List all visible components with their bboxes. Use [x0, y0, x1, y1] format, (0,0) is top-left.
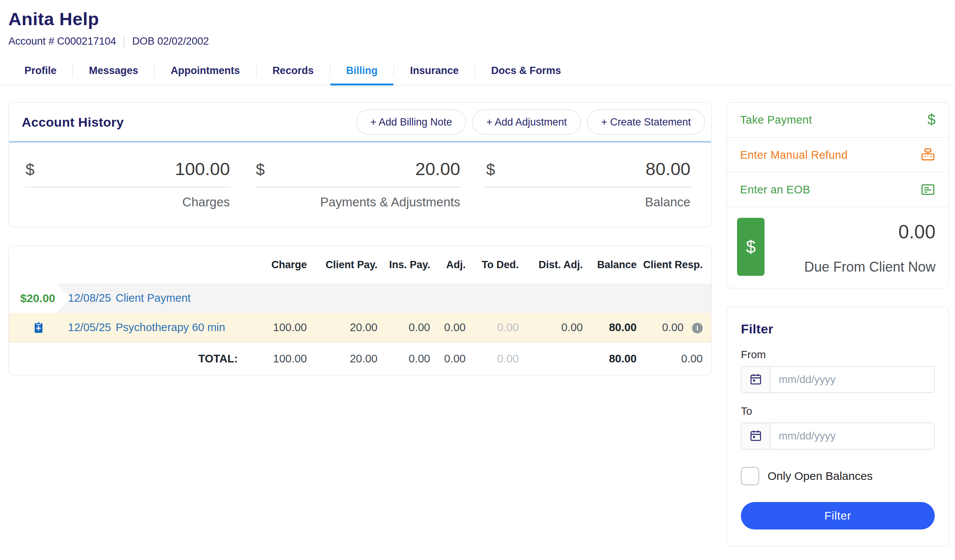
- charge-date-link[interactable]: 12/05/25: [68, 321, 111, 333]
- balance-value: 80.00: [583, 313, 637, 342]
- payment-empty-cells: [238, 283, 711, 313]
- account-history-title: Account History: [22, 115, 124, 130]
- to-label: To: [741, 405, 935, 417]
- enter-eob-button[interactable]: Enter an EOB: [727, 172, 949, 207]
- payment-row: $20.00 12/08/25 Client Payment: [9, 283, 711, 313]
- only-open-balances-row[interactable]: Only Open Balances: [741, 467, 935, 485]
- transactions-card: Charge Client Pay. Ins. Pay. Adj. To Ded…: [8, 246, 711, 375]
- col-ins-pay: Ins. Pay.: [377, 246, 430, 283]
- to-ded-value: 0.00: [466, 313, 519, 342]
- patient-dob: DOB 02/02/2002: [132, 35, 209, 47]
- col-spacer: [116, 246, 238, 283]
- charge-date-cell: 12/05/25: [68, 313, 116, 342]
- create-statement-button[interactable]: + Create Statement: [587, 109, 705, 135]
- from-date-group: [741, 366, 935, 393]
- enter-manual-refund-label: Enter Manual Refund: [740, 149, 848, 161]
- client-resp-value: 0.00: [662, 321, 683, 333]
- patient-subline: Account # C000217104 DOB 02/02/2002: [8, 35, 955, 47]
- balance-stat-value: $ 80.00: [486, 158, 691, 187]
- patient-name: Anita Help: [8, 8, 955, 29]
- payment-date-cell: 12/08/25: [68, 283, 116, 313]
- col-client-resp: Client Resp.: [637, 246, 711, 283]
- charge-description-link[interactable]: Psychotherapy 60 min: [116, 321, 225, 333]
- payment-description-cell: Client Payment: [116, 283, 238, 313]
- payment-date-link[interactable]: 12/08/25: [68, 292, 111, 304]
- charge-row: 12/05/25 Psychotherapy 60 min 100.00 20.…: [9, 313, 711, 342]
- table-header-row: Charge Client Pay. Ins. Pay. Adj. To Ded…: [9, 246, 711, 283]
- total-adj: 0.00: [430, 342, 466, 375]
- dollar-sign-icon: $: [26, 161, 34, 179]
- payment-badge-cell: $20.00: [9, 283, 68, 313]
- charges-stat-value: $ 100.00: [25, 158, 231, 187]
- charges-stat: $ 100.00 Charges: [25, 158, 231, 209]
- charge-icon-cell: [9, 313, 68, 342]
- payments-adjustments-label: Payments & Adjustments: [255, 195, 461, 209]
- tab-records[interactable]: Records: [256, 56, 330, 85]
- total-label: TOTAL:: [9, 342, 238, 375]
- charges-label: Charges: [25, 195, 231, 209]
- from-date-input[interactable]: [770, 367, 934, 393]
- balance-amount: 80.00: [645, 158, 690, 179]
- to-date-group: [741, 423, 935, 449]
- from-calendar-button[interactable]: [741, 367, 770, 393]
- payments-adjustments-stat-value: $ 20.00: [255, 158, 461, 187]
- account-history-actions: + Add Billing Note + Add Adjustment + Cr…: [356, 109, 705, 135]
- total-row: TOTAL: 100.00 20.00 0.00 0.00 0.00 80.00…: [9, 342, 711, 375]
- dollar-badge-icon: $: [737, 218, 765, 276]
- due-amount: 0.00: [776, 221, 936, 243]
- client-resp-cell: 0.00 i: [637, 313, 711, 342]
- col-spacer: [68, 246, 116, 283]
- to-date-input[interactable]: [770, 423, 934, 449]
- tab-appointments[interactable]: Appointments: [155, 56, 256, 85]
- clinical-note-icon: [32, 321, 45, 334]
- from-label: From: [741, 349, 935, 361]
- add-adjustment-button[interactable]: + Add Adjustment: [472, 109, 581, 135]
- charge-description-cell: Psychotherapy 60 min: [116, 313, 238, 342]
- tab-docs-forms[interactable]: Docs & Forms: [475, 56, 577, 85]
- total-client-resp: 0.00: [637, 342, 711, 375]
- calendar-icon: [749, 429, 762, 443]
- col-balance: Balance: [583, 246, 637, 283]
- only-open-balances-checkbox[interactable]: [741, 467, 759, 485]
- tab-profile[interactable]: Profile: [8, 56, 73, 85]
- to-calendar-button[interactable]: [741, 423, 770, 449]
- dollar-badge-glyph: $: [746, 237, 756, 257]
- ins-pay-value: 0.00: [377, 313, 430, 342]
- filter-submit-button[interactable]: Filter: [741, 502, 935, 529]
- col-dist-adj: Dist. Adj.: [519, 246, 583, 283]
- tab-billing[interactable]: Billing: [330, 56, 394, 85]
- adj-value: 0.00: [430, 313, 466, 342]
- payments-adjustments-amount: 20.00: [415, 158, 460, 179]
- take-payment-label: Take Payment: [740, 114, 812, 126]
- enter-manual-refund-button[interactable]: Enter Manual Refund: [727, 137, 949, 172]
- eob-statement-icon: [920, 182, 936, 197]
- billing-main-column: Account History + Add Billing Note + Add…: [8, 102, 711, 547]
- account-summary-stats: $ 100.00 Charges $ 20.00 Payments & Adju…: [9, 142, 711, 227]
- due-from-client-details: 0.00 Due From Client Now: [776, 218, 936, 276]
- filter-card: Filter From To: [727, 307, 949, 547]
- only-open-balances-label: Only Open Balances: [768, 470, 873, 483]
- total-ins-pay: 0.00: [377, 342, 430, 375]
- tab-messages[interactable]: Messages: [73, 56, 154, 85]
- due-label: Due From Client Now: [776, 259, 936, 275]
- add-billing-note-button[interactable]: + Add Billing Note: [356, 109, 466, 135]
- payment-description-link[interactable]: Client Payment: [116, 292, 191, 304]
- cash-register-icon: [920, 147, 936, 163]
- col-to-ded: To Ded.: [466, 246, 519, 283]
- info-icon[interactable]: i: [692, 323, 703, 333]
- total-charge: 100.00: [238, 342, 307, 375]
- payments-adjustments-stat: $ 20.00 Payments & Adjustments: [255, 158, 461, 209]
- billing-actions-card: Take Payment $ Enter Manual Refund Enter…: [727, 102, 949, 288]
- tab-insurance[interactable]: Insurance: [394, 56, 475, 85]
- patient-tabs: Profile Messages Appointments Records Bi…: [0, 56, 955, 85]
- dollar-icon: $: [928, 112, 936, 128]
- payment-amount-badge: $20.00: [9, 283, 71, 313]
- col-spacer: [9, 246, 68, 283]
- total-balance: 80.00: [583, 342, 637, 375]
- dollar-sign-icon: $: [256, 161, 265, 179]
- take-payment-button[interactable]: Take Payment $: [727, 103, 949, 137]
- balance-label: Balance: [486, 195, 691, 209]
- total-to-ded: 0.00: [466, 342, 519, 375]
- dollar-sign-icon: $: [486, 161, 495, 179]
- enter-eob-label: Enter an EOB: [740, 183, 810, 196]
